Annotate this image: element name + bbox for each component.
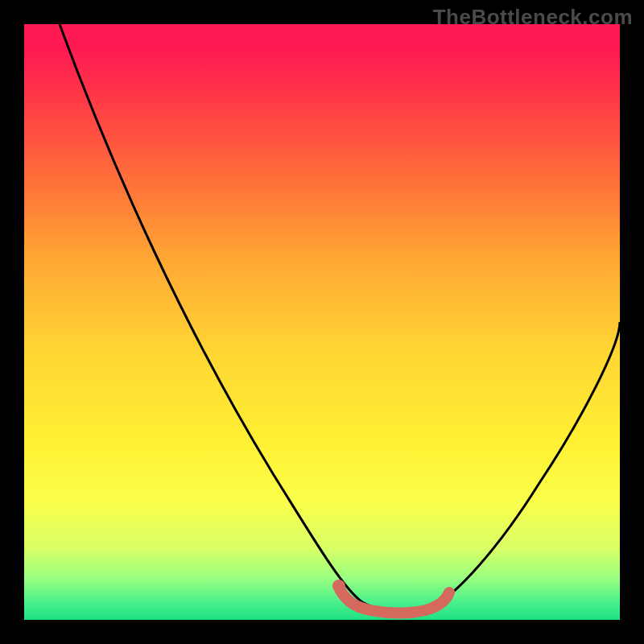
optimal-zone-marker <box>340 589 449 613</box>
plot-area <box>24 24 620 620</box>
chart-frame: TheBottleneck.com <box>0 0 644 644</box>
bottleneck-curve <box>60 24 620 611</box>
curve-overlay <box>24 24 620 620</box>
watermark-text: TheBottleneck.com <box>433 5 633 30</box>
marker-start-dot <box>332 580 345 592</box>
